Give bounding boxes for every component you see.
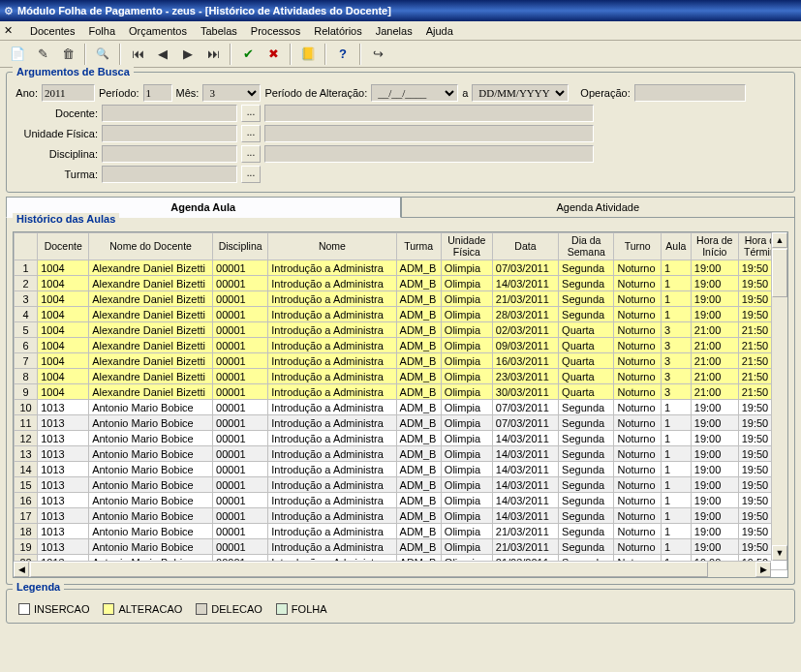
cell: 21:00: [691, 353, 738, 369]
table-row[interactable]: 61004Alexandre Daniel Bizetti00001Introd…: [15, 338, 787, 353]
table-row[interactable]: 151013Antonio Mario Bobice00001Introduçã…: [15, 477, 787, 493]
disciplina-lookup-button[interactable]: ...: [241, 145, 261, 163]
table-row[interactable]: 91004Alexandre Daniel Bizetti00001Introd…: [15, 384, 787, 400]
scroll-right-icon[interactable]: ▶: [755, 562, 771, 577]
unidade-lookup-button[interactable]: ...: [241, 125, 261, 142]
toolbar-prev-icon[interactable]: ◀: [151, 43, 174, 66]
table-row[interactable]: 171013Antonio Mario Bobice00001Introduçã…: [15, 508, 787, 524]
col-header[interactable]: [15, 233, 38, 260]
cell: 1004: [38, 338, 89, 353]
cell: Noturno: [614, 524, 662, 539]
col-header[interactable]: Turno: [614, 233, 662, 260]
cell: 1004: [38, 322, 89, 338]
cell: 14/03/2011: [492, 446, 558, 462]
cell: Introdução a Administra: [268, 369, 396, 384]
turma-code-field[interactable]: [102, 166, 237, 183]
history-grid[interactable]: DocenteNome do DocenteDisciplinaNomeTurm…: [13, 231, 788, 578]
toolbar-edit-icon[interactable]: ✎: [31, 43, 54, 66]
disciplina-desc-field[interactable]: [264, 145, 594, 163]
cell: Alexandre Daniel Bizetti: [89, 291, 213, 307]
scroll-left-icon[interactable]: ◀: [14, 562, 29, 577]
col-header[interactable]: Aula: [661, 233, 691, 260]
menu-relatórios[interactable]: Relatórios: [307, 23, 369, 39]
table-row[interactable]: 21004Alexandre Daniel Bizetti00001Introd…: [15, 276, 787, 291]
periodo-field[interactable]: [143, 84, 172, 102]
disciplina-code-field[interactable]: [102, 145, 237, 163]
toolbar-delete-icon[interactable]: 🗑: [56, 43, 79, 66]
cell: Olimpia: [441, 446, 492, 462]
col-header[interactable]: Disciplina: [213, 233, 268, 260]
cell: Introdução a Administra: [268, 508, 396, 524]
col-header[interactable]: Nome: [268, 233, 396, 260]
mdi-icon[interactable]: ✕: [4, 24, 17, 38]
turma-lookup-button[interactable]: ...: [241, 166, 261, 183]
table-row[interactable]: 101013Antonio Mario Bobice00001Introduçã…: [15, 400, 787, 415]
cell: Antonio Mario Bobice: [89, 400, 213, 415]
table-row[interactable]: 131013Antonio Mario Bobice00001Introduçã…: [15, 446, 787, 462]
menu-docentes[interactable]: Docentes: [23, 23, 81, 39]
cell: 19:00: [691, 400, 738, 415]
menu-orçamentos[interactable]: Orçamentos: [122, 23, 194, 39]
col-header[interactable]: Dia daSemana: [559, 233, 614, 260]
table-row[interactable]: 81004Alexandre Daniel Bizetti00001Introd…: [15, 369, 787, 384]
cell: Olimpia: [441, 539, 492, 555]
docente-lookup-button[interactable]: ...: [241, 105, 261, 122]
scroll-up-icon[interactable]: ▲: [772, 232, 787, 248]
cell: 1013: [38, 477, 89, 493]
cell: ADM_B: [396, 431, 441, 446]
cell: Antonio Mario Bobice: [89, 508, 213, 524]
table-row[interactable]: 121013Antonio Mario Bobice00001Introduçã…: [15, 431, 787, 446]
scroll-thumb-h[interactable]: [30, 562, 708, 577]
cell: Introdução a Administra: [268, 384, 396, 400]
mes-select[interactable]: 3: [202, 84, 261, 102]
operacao-field[interactable]: [634, 84, 746, 102]
horizontal-scrollbar[interactable]: ◀ ▶: [14, 561, 771, 577]
table-row[interactable]: 161013Antonio Mario Bobice00001Introduçã…: [15, 493, 787, 508]
col-header[interactable]: Turma: [396, 233, 441, 260]
table-row[interactable]: 181013Antonio Mario Bobice00001Introduçã…: [15, 524, 787, 539]
col-header[interactable]: Hora deInício: [691, 233, 738, 260]
docente-desc-field[interactable]: [264, 105, 594, 122]
col-header[interactable]: Nome do Docente: [89, 233, 213, 260]
scroll-thumb-v[interactable]: [772, 249, 787, 297]
periodo-alt-to[interactable]: DD/MM/YYYY: [472, 84, 569, 102]
menu-tabelas[interactable]: Tabelas: [194, 23, 244, 39]
menu-ajuda[interactable]: Ajuda: [419, 23, 460, 39]
toolbar-first-icon[interactable]: ⏮: [126, 43, 149, 66]
table-row[interactable]: 31004Alexandre Daniel Bizetti00001Introd…: [15, 291, 787, 307]
col-header[interactable]: UnidadeFísica: [441, 233, 492, 260]
table-row[interactable]: 71004Alexandre Daniel Bizetti00001Introd…: [15, 353, 787, 369]
table-row[interactable]: 51004Alexandre Daniel Bizetti00001Introd…: [15, 322, 787, 338]
toolbar-cancel-icon[interactable]: ✖: [262, 43, 285, 66]
table-row[interactable]: 141013Antonio Mario Bobice00001Introduçã…: [15, 462, 787, 477]
cell: 1: [661, 462, 691, 477]
periodo-alt-from[interactable]: __/__/____: [371, 84, 458, 102]
cell: ADM_B: [396, 338, 441, 353]
table-row[interactable]: 11004Alexandre Daniel Bizetti00001Introd…: [15, 260, 787, 276]
toolbar-next-icon[interactable]: ▶: [176, 43, 200, 66]
toolbar-search-icon[interactable]: 🔍: [91, 43, 114, 66]
toolbar-book-icon[interactable]: 📒: [296, 43, 320, 66]
tab-agenda-atividade[interactable]: Agenda Atividade: [401, 197, 796, 218]
ano-field[interactable]: [42, 84, 95, 102]
cell: 19: [15, 539, 38, 555]
toolbar-new-icon[interactable]: 📄: [6, 43, 29, 66]
table-row[interactable]: 191013Antonio Mario Bobice00001Introduçã…: [15, 539, 787, 555]
col-header[interactable]: Data: [492, 233, 558, 260]
col-header[interactable]: Docente: [38, 233, 89, 260]
scroll-down-icon[interactable]: ▼: [772, 545, 787, 561]
table-row[interactable]: 41004Alexandre Daniel Bizetti00001Introd…: [15, 307, 787, 322]
table-row[interactable]: 111013Antonio Mario Bobice00001Introduçã…: [15, 415, 787, 431]
menu-folha[interactable]: Folha: [81, 23, 122, 39]
menu-processos[interactable]: Processos: [244, 23, 307, 39]
toolbar-help-icon[interactable]: ?: [331, 43, 354, 66]
unidade-code-field[interactable]: [102, 125, 237, 142]
toolbar-last-icon[interactable]: ⏭: [201, 43, 225, 66]
toolbar-exit-icon[interactable]: ↪: [366, 43, 389, 66]
cell: 14/03/2011: [492, 431, 558, 446]
menu-janelas[interactable]: Janelas: [369, 23, 419, 39]
docente-code-field[interactable]: [102, 105, 237, 122]
unidade-desc-field[interactable]: [264, 125, 594, 142]
toolbar-confirm-icon[interactable]: ✔: [236, 43, 260, 66]
vertical-scrollbar[interactable]: ▲ ▼: [771, 232, 787, 561]
